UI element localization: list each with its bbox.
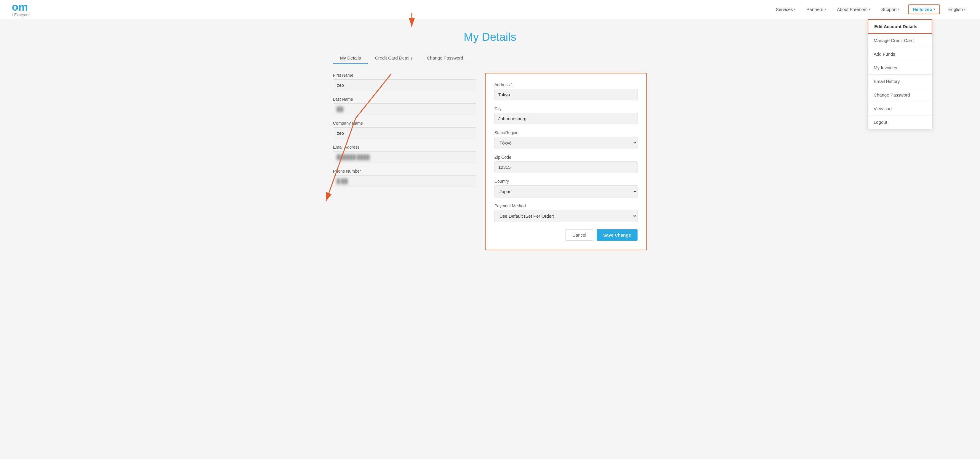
- dropdown-edit-account[interactable]: Edit Account Details: [868, 19, 932, 34]
- nav-language[interactable]: English ▾: [946, 6, 968, 13]
- state-label: State/Region: [495, 130, 638, 135]
- email-group: Email Address ██████ ████: [333, 145, 476, 163]
- state-group: State/Region Tōkyō: [495, 130, 638, 149]
- country-label: Country: [495, 179, 638, 184]
- dropdown-logout[interactable]: Logout: [868, 116, 932, 129]
- first-name-input[interactable]: [333, 79, 476, 91]
- dropdown-add-funds[interactable]: Add Funds: [868, 48, 932, 61]
- logo: om r Everyone: [12, 2, 30, 17]
- dropdown-email-history[interactable]: Email History: [868, 75, 932, 88]
- chevron-down-icon: ▾: [824, 7, 826, 11]
- navbar: om r Everyone Services ▾ Partners ▾ Abou…: [0, 0, 980, 19]
- nav-services[interactable]: Services ▾: [773, 6, 799, 13]
- zip-input[interactable]: [495, 161, 638, 173]
- tab-change-password[interactable]: Change Password: [420, 52, 471, 64]
- address1-label: Address 1: [495, 82, 638, 87]
- chevron-down-icon: ▾: [794, 7, 796, 11]
- phone-label: Phone Number: [333, 169, 476, 173]
- dropdown-view-cart[interactable]: View cart: [868, 102, 932, 116]
- logo-sub: r Everyone: [12, 13, 30, 17]
- account-dropdown: Edit Account Details Manage Credit Card …: [867, 19, 932, 129]
- chevron-down-icon: ▾: [934, 7, 935, 11]
- form: First Name Last Name ██ Company Name Ema…: [333, 73, 647, 250]
- form-actions: Cancel Save Change: [495, 229, 638, 241]
- phone-input[interactable]: █ ██: [333, 175, 476, 187]
- address1-input[interactable]: [495, 89, 638, 100]
- tab-my-details[interactable]: My Details: [333, 52, 368, 64]
- last-name-label: Last Name: [333, 97, 476, 102]
- first-name-label: First Name: [333, 73, 476, 78]
- logo-text: om: [12, 2, 30, 13]
- first-name-group: First Name: [333, 73, 476, 91]
- chevron-down-icon: ▾: [869, 7, 870, 11]
- tabs: My Details Credit Card Details Change Pa…: [333, 52, 647, 64]
- cancel-button[interactable]: Cancel: [566, 229, 593, 241]
- email-input[interactable]: ██████ ████: [333, 151, 476, 163]
- chevron-down-icon: ▾: [964, 7, 966, 11]
- company-name-group: Company Name: [333, 121, 476, 139]
- nav-partners[interactable]: Partners ▾: [804, 6, 829, 13]
- company-name-input[interactable]: [333, 127, 476, 139]
- company-name-label: Company Name: [333, 121, 476, 125]
- payment-select[interactable]: Use Default (Set Per Order): [495, 210, 638, 222]
- nav-items: Services ▾ Partners ▾ About Freenom ▾ Su…: [773, 5, 968, 14]
- tab-credit-card[interactable]: Credit Card Details: [368, 52, 420, 64]
- last-name-input[interactable]: ██: [333, 103, 476, 115]
- payment-group: Payment Method Use Default (Set Per Orde…: [495, 203, 638, 222]
- form-right: Address 1 City State/Region Tōkyō Zip Co…: [485, 73, 647, 250]
- chevron-down-icon: ▾: [898, 7, 900, 11]
- nav-about[interactable]: About Freenom ▾: [835, 6, 873, 13]
- country-select[interactable]: Japan: [495, 185, 638, 197]
- city-label: City: [495, 106, 638, 111]
- zip-group: Zip Code: [495, 155, 638, 173]
- state-select[interactable]: Tōkyō: [495, 137, 638, 149]
- dropdown-change-password[interactable]: Change Password: [868, 88, 932, 102]
- city-input[interactable]: [495, 113, 638, 124]
- last-name-group: Last Name ██: [333, 97, 476, 115]
- email-label: Email Address: [333, 145, 476, 149]
- nav-support[interactable]: Support ▾: [879, 6, 902, 13]
- page-title: My Details: [333, 31, 647, 43]
- zip-label: Zip Code: [495, 155, 638, 160]
- phone-group: Phone Number █ ██: [333, 169, 476, 187]
- dropdown-manage-credit[interactable]: Manage Credit Card: [868, 34, 932, 48]
- address1-group: Address 1: [495, 82, 638, 100]
- save-button[interactable]: Save Change: [597, 229, 638, 241]
- payment-label: Payment Method: [495, 203, 638, 208]
- country-group: Country Japan: [495, 179, 638, 197]
- form-left: First Name Last Name ██ Company Name Ema…: [333, 73, 485, 250]
- nav-hello[interactable]: Hello zeo ▾: [908, 5, 940, 14]
- dropdown-my-invoices[interactable]: My Invoices: [868, 61, 932, 75]
- city-group: City: [495, 106, 638, 124]
- main-content: My Details My Details Credit Card Detail…: [327, 19, 653, 262]
